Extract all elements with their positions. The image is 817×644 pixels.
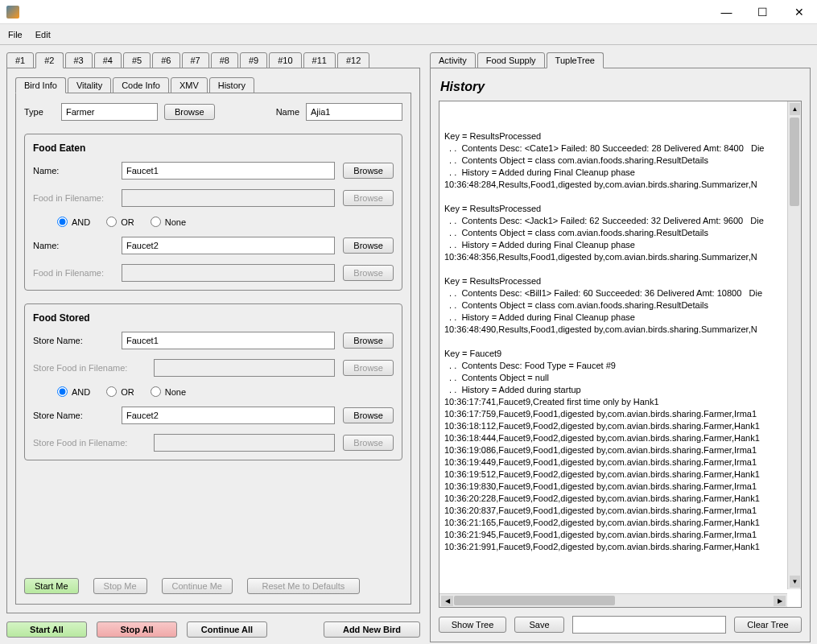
fs-sf1-input [154,359,335,377]
fe-ff1-label: Food in Filename: [33,193,113,203]
scroll-up-arrow-icon[interactable]: ▲ [790,103,800,115]
scroll-right-arrow-icon[interactable]: ▶ [774,596,786,606]
inner-tab-vitality[interactable]: Vitality [68,77,111,93]
num-tab-1[interactable]: #1 [6,52,34,68]
fe-radio-or[interactable]: OR [106,217,134,227]
fs-sf2-input [154,434,335,452]
scroll-down-arrow-icon[interactable]: ▼ [790,576,800,588]
fs-sn2-input[interactable] [122,407,335,424]
scroll-thumb-vertical[interactable] [790,118,799,206]
java-icon [6,6,19,19]
scroll-thumb-horizontal[interactable] [454,596,615,605]
right-tab-food-supply[interactable]: Food Supply [477,52,545,68]
inner-tab-history[interactable]: History [209,77,254,93]
fe-ff1-input [122,189,335,207]
type-label: Type [24,107,55,117]
fe-ff2-browse-button: Browse [343,265,394,281]
scrollbar-horizontal[interactable]: ◀ ▶ [439,593,787,607]
inner-tab-code-info[interactable]: Code Info [113,77,169,93]
num-tab-8[interactable]: #8 [211,52,238,68]
show-tree-button[interactable]: Show Tree [439,617,506,633]
fs-sn1-label: Store Name: [33,336,113,345]
fe-name2-label: Name: [33,241,113,250]
history-title: History [440,80,802,94]
fe-name2-input[interactable] [122,237,335,254]
fe-ff2-input [122,264,335,282]
food-eaten-section: Food Eaten Name: Browse Food in Filename… [24,134,402,291]
continue-all-button[interactable]: Continue All [187,621,267,638]
fs-sn2-label: Store Name: [33,411,113,420]
fs-sf2-label: Store Food in Filename: [33,438,146,448]
titlebar: — ☐ ✕ [0,0,817,24]
num-tab-10[interactable]: #10 [269,52,301,68]
add-new-bird-button[interactable]: Add New Bird [324,621,420,638]
fs-sf1-browse-button: Browse [343,360,394,376]
fe-ff2-label: Food in Filename: [33,268,113,278]
fs-sn1-input[interactable] [122,332,335,349]
close-button[interactable]: ✕ [781,0,817,24]
fe-radio-and[interactable]: AND [57,217,90,227]
fs-sf2-browse-button: Browse [343,435,394,451]
scrollbar-vertical[interactable]: ▲ ▼ [787,101,801,589]
save-button[interactable]: Save [514,617,564,633]
fs-radio-none[interactable]: None [151,386,186,397]
num-tab-5[interactable]: #5 [123,52,151,68]
fe-ff1-browse-button: Browse [343,190,394,206]
food-eaten-title: Food Eaten [33,142,394,154]
type-browse-button[interactable]: Browse [164,104,215,120]
fe-browse1-button[interactable]: Browse [343,163,394,179]
continue-me-button: Continue Me [162,578,233,594]
food-stored-section: Food Stored Store Name: Browse Store Foo… [24,303,402,460]
clear-tree-button[interactable]: Clear Tree [734,617,802,633]
scroll-left-arrow-icon[interactable]: ◀ [441,596,453,606]
start-me-button[interactable]: Start Me [24,578,79,594]
fe-browse2-button[interactable]: Browse [343,237,394,254]
type-input[interactable] [61,103,158,121]
fs-radio-and[interactable]: AND [57,386,90,397]
menu-edit[interactable]: Edit [35,30,51,39]
maximize-button[interactable]: ☐ [745,0,781,24]
num-tab-6[interactable]: #6 [152,52,179,68]
menubar: File Edit [0,24,817,45]
save-filename-input[interactable] [572,616,726,634]
num-tab-12[interactable]: #12 [337,52,369,68]
fs-sf1-label: Store Food in Filename: [33,363,146,373]
start-all-button[interactable]: Start All [6,621,87,638]
history-content: Key = ResultsProcessed . . Contents Desc… [444,130,796,553]
stop-all-button[interactable]: Stop All [97,621,177,638]
food-stored-title: Food Stored [33,312,394,324]
right-tab-tupletree[interactable]: TupleTree [547,52,604,68]
fe-name1-label: Name: [33,166,113,175]
num-tab-4[interactable]: #4 [94,52,122,68]
minimize-button[interactable]: — [708,0,745,24]
num-tab-2[interactable]: #2 [35,52,63,68]
fs-browse2-button[interactable]: Browse [343,407,394,423]
right-tab-activity[interactable]: Activity [430,52,476,68]
fs-radio-or[interactable]: OR [106,386,134,397]
stop-me-button: Stop Me [93,578,147,594]
menu-file[interactable]: File [8,30,23,39]
num-tab-7[interactable]: #7 [182,52,209,68]
inner-tab-xmv[interactable]: XMV [171,77,208,93]
inner-tab-bird-info[interactable]: Bird Info [15,77,66,93]
reset-me-button: Reset Me to Defaults [247,578,360,594]
fs-browse1-button[interactable]: Browse [343,332,394,349]
num-tab-11[interactable]: #11 [303,52,336,68]
name-input[interactable] [306,103,402,121]
fe-radio-none[interactable]: None [151,217,186,227]
num-tab-3[interactable]: #3 [65,52,93,68]
fe-name1-input[interactable] [122,162,335,180]
history-textarea[interactable]: Key = ResultsProcessed . . Contents Desc… [439,101,802,608]
name-label: Name [276,107,299,117]
num-tab-9[interactable]: #9 [240,52,267,68]
